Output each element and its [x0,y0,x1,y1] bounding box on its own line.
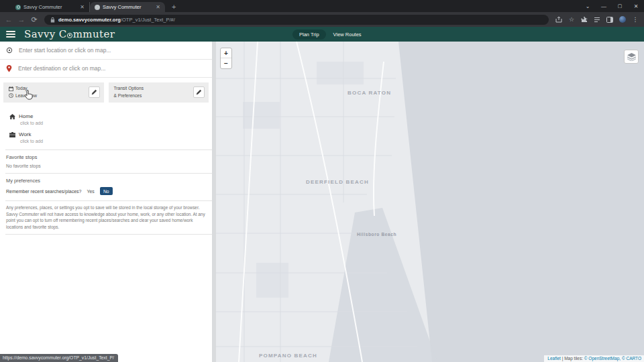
zoom-in-button[interactable]: + [221,48,231,58]
status-bar-url: https://demo.savvycommuter.org/OTP_v1/Ju… [0,354,118,362]
url-host: demo.savvycommuter.org [58,17,121,23]
home-place-row[interactable]: Home click to add [9,113,212,125]
menu-kebab-icon[interactable]: ⋮ [631,15,640,24]
remember-yes-option[interactable]: Yes [87,189,94,194]
app-title: Savvy Cmmuter [24,28,115,40]
city-label-boca-raton: BOCA RATON [347,90,391,96]
header-nav: Plan Trip View Routes [292,29,362,40]
globe-favicon [15,5,21,10]
calendar-icon [9,86,13,91]
edit-date-time-button[interactable] [89,86,100,98]
favorite-stops-title: Favorite stops [6,154,212,160]
browser-tab-strip: Savvy Commuter ✕ Savvy Commuter ✕ + ⌄ — … [0,0,644,12]
preferences-section: My preferences Remember recent searches/… [0,174,212,200]
city-label-deerfield-beach: DEERFIELD BEACH [306,179,369,185]
cursor-pointer-hand [24,90,33,103]
side-panel-icon[interactable] [605,15,614,24]
map-canvas[interactable]: BOCA RATON DEERFIELD BEACH Hillsboro Bea… [216,42,644,362]
start-location-input[interactable] [19,47,212,54]
favorite-stops-section: Favorite stops No favorite stops [0,150,212,173]
start-target-icon [6,47,13,54]
tab-close-icon[interactable]: ✕ [156,5,160,10]
browser-tab-2-active[interactable]: Savvy Commuter ✕ [90,2,165,12]
zoom-out-button[interactable]: − [221,58,231,68]
maximize-icon[interactable]: ▢ [612,0,628,12]
forward-icon[interactable]: → [17,15,26,23]
home-click-to-add[interactable]: click to add [20,121,212,125]
close-window-icon[interactable]: ✕ [628,0,644,12]
window-controls: ⌄ — ▢ ✕ [580,0,644,12]
browser-tab-1[interactable]: Savvy Commuter ✕ [11,2,90,12]
date-time-card[interactable]: Today Leave now [3,82,104,103]
home-label: Home [19,113,33,119]
city-label-hillsboro-beach: Hillsboro Beach [357,232,396,237]
work-briefcase-icon [9,132,15,137]
reload-icon[interactable]: ⟳ [30,15,39,24]
map-roads [216,42,644,362]
transit-options-card[interactable]: Transit Options & Preferences [109,82,209,103]
remember-question: Remember recent searches/places? [6,189,81,194]
bookmark-star-icon[interactable]: ☆ [567,15,576,24]
new-tab-button[interactable]: + [172,3,176,12]
minimize-icon[interactable]: — [596,0,612,12]
edit-transit-options-button[interactable] [193,86,205,98]
app-title-pre: Savvy C [24,28,67,40]
destination-input[interactable] [18,65,212,72]
work-label: Work [19,131,32,137]
privacy-disclaimer: Any preferences, places, or settings you… [0,201,212,234]
globe-favicon [95,5,100,10]
destination-row [0,60,212,78]
remember-no-button[interactable]: No [100,187,113,195]
hamburger-menu-icon[interactable] [6,31,15,38]
address-bar[interactable]: demo.savvycommuter.org/OTP_v1/Just_Text_… [44,15,549,25]
lock-icon [50,17,55,23]
reading-list-icon[interactable] [592,15,602,24]
tab-close-icon[interactable]: ✕ [80,5,85,10]
carto-link[interactable]: © CARTO [622,356,641,361]
tab-title: Savvy Commuter [103,4,153,10]
work-place-row[interactable]: Work click to add [9,131,212,143]
edit-pencil-icon [91,89,97,95]
extensions-puzzle-icon[interactable] [580,15,589,24]
share-icon[interactable] [554,15,564,24]
home-icon [9,114,15,119]
map-zoom-control: + − [220,48,232,69]
app-header: Savvy Cmmuter Plan Trip View Routes [0,27,644,42]
chevron-down-icon[interactable]: ⌄ [580,0,596,12]
layers-icon [627,53,636,61]
leaflet-link[interactable]: Leaflet [547,356,561,361]
url-text: demo.savvycommuter.org/OTP_v1/Just_Text_… [58,17,175,23]
openstreetmap-link[interactable]: © OpenStreetMap, [584,356,621,361]
divider [5,234,212,235]
map-layers-button[interactable] [624,50,639,64]
app-title-post: mmuter [73,28,115,40]
map-attribution: Leaflet | Map tiles: © OpenStreetMap, © … [544,355,644,362]
edit-pencil-icon [196,89,202,95]
attribution-text: | Map tiles: [562,356,583,361]
preferences-title: My preferences [6,178,212,184]
work-click-to-add[interactable]: click to add [20,139,212,143]
tab-title: Savvy Commuter [23,4,77,10]
plan-trip-button[interactable]: Plan Trip [292,29,326,40]
view-routes-button[interactable]: View Routes [333,32,362,38]
destination-pin-icon [6,65,12,72]
back-icon[interactable]: ← [4,15,13,23]
favorite-stops-empty: No favorite stops [6,164,212,168]
city-label-pompano-beach: POMPANO BEACH [259,353,317,359]
start-location-row [0,42,212,60]
browser-toolbar: ← → ⟳ demo.savvycommuter.org/OTP_v1/Just… [0,12,644,27]
url-path: /OTP_v1/Just_Text_P/#/ [121,17,175,23]
logo-pin-o-icon [67,33,72,38]
profile-avatar[interactable] [618,15,627,24]
clock-icon [9,93,13,98]
saved-places-section: Home click to add Work click to add [0,107,212,143]
